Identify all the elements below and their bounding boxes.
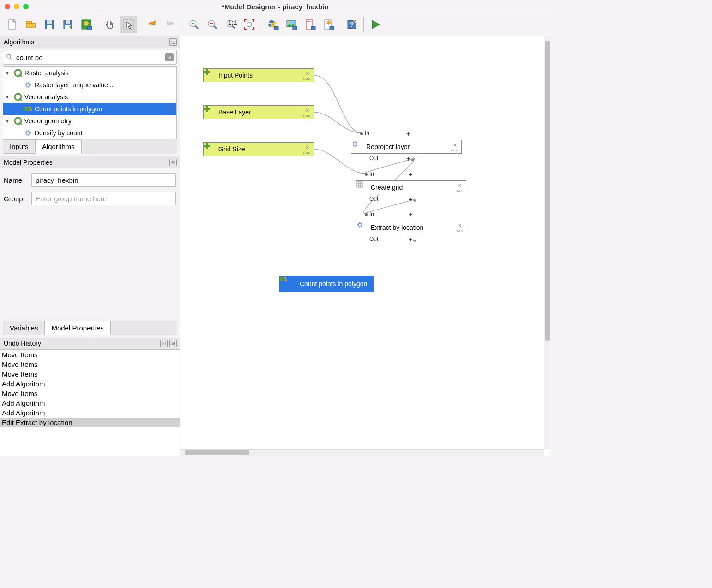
tree-group[interactable]: ▼Vector analysis [3,91,176,103]
tree-item[interactable]: Densify by count [3,127,176,139]
in-plus[interactable]: + [409,171,412,178]
svg-point-41 [30,109,32,111]
qgis-icon [13,68,23,78]
dots-icon[interactable]: ooo [303,150,311,155]
name-input[interactable] [31,173,176,187]
save-project-button[interactable] [78,16,95,33]
svg-rect-28 [311,26,315,30]
grid-icon [360,183,368,192]
vertical-scrollbar[interactable] [544,36,550,449]
clear-search-icon[interactable]: ✕ [165,53,174,61]
algorithm-node[interactable]: Create grid✕ooo [356,180,466,194]
dots-icon[interactable]: ooo [303,114,311,118]
horizontal-scrollbar[interactable] [180,449,544,456]
in-port[interactable]: In [360,130,369,137]
tree-group[interactable]: ▼Raster analysis [3,67,176,79]
sidebar-tabs-2: VariablesModel Properties [3,321,177,335]
out-plus[interactable]: +⬬ [409,236,416,243]
tree-group[interactable]: ▼Vector geometry [3,115,176,127]
close-icon[interactable]: ✕ [458,223,463,228]
algorithm-node[interactable]: Extract by location✕ooo [356,221,466,234]
open-button[interactable] [22,16,40,33]
close-icon[interactable]: ✕ [458,183,463,188]
pan-button[interactable] [101,16,119,33]
group-label: Group [4,195,31,203]
panel-toggle-icon[interactable]: ◱ [169,159,177,166]
export-image-button[interactable] [283,16,300,33]
search-input[interactable] [16,54,165,61]
out-port[interactable]: Out [369,236,378,242]
close-icon[interactable]: ✕ [453,142,459,148]
algorithms-panel-header: Algorithms ◱ [0,36,180,48]
undo-item[interactable]: Move Items [0,350,180,360]
undo-item[interactable]: Move Items [0,389,180,398]
input-node[interactable]: Grid Size✕ooo [203,142,314,156]
tab-model-properties[interactable]: Model Properties [44,321,110,335]
out-port[interactable]: Out [369,196,378,202]
svg-rect-6 [66,20,70,24]
undo-button[interactable] [143,16,161,33]
svg-line-35 [10,58,12,60]
window-controls [5,4,29,9]
close-icon[interactable] [5,4,10,9]
undo-item[interactable]: Add Algorithm [0,379,180,389]
tree-item[interactable]: Count points in polygon [3,103,176,115]
undo-history-list[interactable]: Move ItemsMove ItemsMove ItemsAdd Algori… [0,350,180,456]
drag-ghost: Count points in polygon [279,276,374,292]
in-port[interactable]: In [365,171,374,177]
new-button[interactable] [4,16,21,33]
export-pdf-button[interactable] [301,16,319,33]
panel-toggle-icon[interactable]: ◱ [160,340,168,347]
minimize-icon[interactable] [14,4,19,9]
maximize-icon[interactable] [23,4,29,9]
algorithm-node[interactable]: Reproject layer✕ooo [351,140,462,154]
export-svg-button[interactable]: ✱ [320,16,337,33]
panel-toggle-icon[interactable]: ◱ [169,38,177,46]
tab-inputs[interactable]: Inputs [3,139,36,154]
panel-close-icon[interactable]: ⊠ [169,340,177,347]
in-port[interactable]: In [365,211,374,217]
group-input[interactable] [31,192,176,205]
dots-icon[interactable]: ooo [303,77,311,81]
svg-rect-51 [357,182,362,187]
undo-item[interactable]: Add Algorithm [0,398,180,408]
undo-item[interactable]: Edit Extract by location [0,418,180,427]
close-icon[interactable]: ✕ [305,144,311,150]
tab-algorithms[interactable]: Algorithms [35,139,82,154]
tree-item[interactable]: Raster layer unique value... [3,79,176,91]
zoom-out-button[interactable] [204,16,221,33]
select-button[interactable] [120,16,137,33]
in-plus[interactable]: + [409,211,412,218]
input-node[interactable]: Base Layer✕ooo [203,105,314,119]
run-button[interactable] [367,16,384,33]
undo-item[interactable]: Move Items [0,369,180,379]
out-plus[interactable]: +⬬ [409,196,416,203]
zoom-in-button[interactable] [185,16,203,33]
out-plus[interactable]: +⬬ [406,155,414,162]
close-icon[interactable]: ✕ [305,108,311,113]
save-button[interactable] [41,16,58,33]
in-plus[interactable]: + [406,130,410,138]
input-node[interactable]: Input Points✕ooo [203,68,314,82]
dots-icon[interactable]: ooo [456,189,463,193]
undo-item[interactable]: Move Items [0,360,180,369]
help-button[interactable]: ? [343,16,361,33]
plus-icon [207,71,216,79]
undo-item[interactable]: Add Algorithm [0,408,180,418]
export-python-button[interactable] [264,16,282,33]
count-points-icon [24,104,33,114]
save-as-button[interactable] [59,16,77,33]
svg-rect-3 [47,20,52,24]
canvas[interactable]: Input Points✕oooBase Layer✕oooGrid Size✕… [180,36,550,456]
close-icon[interactable]: ✕ [305,71,311,76]
zoom-full-button[interactable] [241,16,258,33]
svg-line-13 [195,26,198,29]
dots-icon[interactable]: ooo [456,229,463,233]
algorithm-tree[interactable]: ▼Raster analysisRaster layer unique valu… [3,66,177,139]
zoom-actual-button[interactable]: 1:1 [222,16,240,33]
redo-button[interactable] [162,16,179,33]
tab-variables[interactable]: Variables [3,321,45,335]
out-port[interactable]: Out [369,155,378,162]
dots-icon[interactable]: ooo [451,148,459,152]
svg-rect-1 [26,21,32,23]
